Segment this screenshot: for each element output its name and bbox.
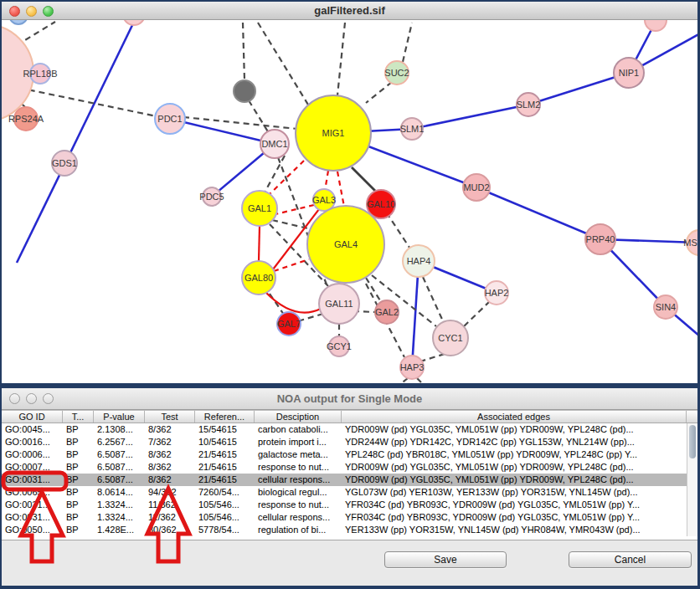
table-row[interactable]: GO:0065...BP8.0614...94/3627260/54...bio… bbox=[2, 486, 697, 499]
table-cell: protein import i... bbox=[255, 436, 342, 448]
node-unlabeled[interactable] bbox=[9, 20, 28, 24]
node-label-GAL4: GAL4 bbox=[334, 239, 358, 249]
table-cell: BP bbox=[63, 436, 94, 448]
table-row[interactable]: GO:0006...BP6.5087...8/36221/54615galact… bbox=[2, 448, 697, 461]
table-cell: cellular respons... bbox=[255, 511, 342, 524]
node-label-SIN4: SIN4 bbox=[656, 302, 676, 312]
table-cell: 15/54615 bbox=[195, 423, 255, 436]
node-label-RPS24A: RPS24A bbox=[8, 114, 44, 124]
table-row[interactable]: GO:0031...BP1.3324...11/362105/546...cel… bbox=[2, 511, 697, 524]
network-edge[interactable] bbox=[476, 187, 600, 239]
node-unlabeled[interactable] bbox=[645, 20, 667, 31]
network-edge[interactable] bbox=[266, 293, 321, 313]
column-header-associated-edges[interactable]: Associated edges bbox=[342, 411, 687, 423]
network-window: galFiltered.sif RPL18BRPS24AGDS1PDC1DMC1… bbox=[2, 2, 697, 383]
network-edge[interactable] bbox=[270, 161, 304, 194]
column-header-desciption[interactable]: Desciption bbox=[255, 411, 342, 423]
table-cell: YER133W (pp) YOR315W, YNL145W (pd) YHR08… bbox=[342, 524, 687, 536]
network-edge[interactable] bbox=[366, 82, 392, 103]
network-edge[interactable] bbox=[275, 205, 314, 214]
table-cell: 21/54615 bbox=[195, 448, 255, 461]
network-window-titlebar[interactable]: galFiltered.sif bbox=[2, 2, 697, 20]
network-edge[interactable] bbox=[337, 172, 344, 207]
column-header-test[interactable]: Test bbox=[145, 411, 195, 423]
column-header-go-id[interactable]: GO ID bbox=[2, 411, 63, 423]
network-edge[interactable] bbox=[258, 23, 311, 109]
node-label-HAP3: HAP3 bbox=[400, 362, 425, 372]
node-label-PDC5: PDC5 bbox=[199, 192, 224, 202]
network-edge[interactable] bbox=[265, 156, 285, 192]
table-cell: 8/362 bbox=[145, 474, 195, 486]
network-edge[interactable] bbox=[170, 119, 275, 144]
table-cell: 2.1308... bbox=[94, 423, 145, 436]
network-edge[interactable] bbox=[243, 23, 244, 80]
network-edge[interactable] bbox=[65, 22, 134, 163]
table-cell: 6.2567... bbox=[94, 436, 145, 448]
table-cell: 105/546... bbox=[195, 499, 255, 511]
column-header-referen-[interactable]: Referen... bbox=[195, 411, 255, 423]
network-edge[interactable] bbox=[325, 171, 328, 191]
network-edge[interactable] bbox=[462, 301, 490, 328]
node-unlabeled[interactable] bbox=[234, 80, 255, 102]
table-cell: biological regul... bbox=[255, 486, 342, 499]
node-label-SUC2: SUC2 bbox=[384, 68, 409, 78]
network-edge[interactable] bbox=[423, 277, 444, 323]
column-header-t-[interactable]: T... bbox=[63, 411, 94, 423]
node-unlabeled[interactable] bbox=[123, 20, 145, 25]
network-edge[interactable] bbox=[420, 354, 445, 361]
network-edge[interactable] bbox=[352, 167, 377, 192]
table-cell: YDR009W (pd) YGL035C, YML051W (pp) YDR00… bbox=[342, 423, 687, 436]
cancel-button[interactable]: Cancel bbox=[569, 551, 692, 568]
noa-window-titlebar[interactable]: NOA output for Single Mode bbox=[2, 388, 697, 410]
network-edge[interactable] bbox=[412, 105, 528, 129]
table-cell: 105/546... bbox=[195, 511, 255, 524]
table-row-selected[interactable]: GO:0031...BP6.5087...8/36221/54615cellul… bbox=[2, 474, 697, 486]
network-edge[interactable] bbox=[19, 88, 157, 116]
table-cell: 11/362 bbox=[145, 499, 195, 511]
window-title: galFiltered.sif bbox=[2, 4, 697, 17]
network-edge[interactable] bbox=[403, 23, 412, 62]
table-cell: 21/54615 bbox=[195, 474, 255, 486]
network-edge[interactable] bbox=[249, 100, 269, 133]
vertical-scrollbar[interactable] bbox=[687, 423, 697, 536]
network-svg[interactable]: RPL18BRPS24AGDS1PDC1DMC1MIG1SUC2SLM1SLM2… bbox=[2, 20, 697, 383]
node-label-GAL80: GAL80 bbox=[244, 273, 273, 283]
network-edge[interactable] bbox=[17, 163, 65, 263]
table-cell: 21/54615 bbox=[195, 461, 255, 474]
table-cell: regulation of bi... bbox=[255, 524, 342, 536]
table-cell: GO:0065... bbox=[2, 486, 63, 499]
table-cell: 10/54615 bbox=[195, 436, 255, 448]
table-cell: 7260/54... bbox=[195, 486, 255, 499]
table-cell: BP bbox=[63, 486, 94, 499]
table-cell: 5778/54... bbox=[195, 524, 255, 536]
node-label-SLM1: SLM1 bbox=[400, 124, 425, 134]
table-row[interactable]: GO:0031...BP1.3324...11/362105/546...res… bbox=[2, 499, 697, 511]
table-cell: BP bbox=[63, 461, 94, 474]
column-header-p-value[interactable]: P-value bbox=[94, 411, 145, 423]
table-row[interactable]: GO:0016...BP6.2567...7/36210/54615protei… bbox=[2, 436, 697, 448]
table-row[interactable]: GO:0007...BP6.5087...8/36221/54615respon… bbox=[2, 461, 697, 474]
node-label-MIG1: MIG1 bbox=[322, 128, 345, 138]
node-label-PRP40: PRP40 bbox=[586, 234, 615, 244]
table-cell: GO:0050... bbox=[2, 524, 63, 536]
network-edge[interactable] bbox=[337, 23, 345, 95]
table-cell: 8/362 bbox=[145, 423, 195, 436]
network-edge[interactable] bbox=[301, 314, 323, 320]
node-label-HAP2: HAP2 bbox=[485, 288, 509, 298]
table-cell: 8/362 bbox=[145, 461, 195, 474]
network-edge[interactable] bbox=[259, 226, 260, 261]
table-cell: galactose meta... bbox=[255, 448, 342, 461]
save-button[interactable]: Save bbox=[384, 551, 507, 568]
table-cell: YGL073W (pd) YER103W, YER133W (pp) YOR31… bbox=[342, 486, 687, 499]
table-header: GO IDT...P-valueTestReferen...Desciption… bbox=[2, 410, 697, 423]
table-row[interactable]: GO:0045...BP2.1308...8/36215/54615carbon… bbox=[2, 423, 697, 436]
table-row[interactable]: GO:0050...BP1.428E...80/3625778/54...reg… bbox=[2, 524, 697, 536]
table-cell: 94/362 bbox=[145, 486, 195, 499]
scrollbar-thumb[interactable] bbox=[689, 425, 696, 458]
node-label-GAL10: GAL10 bbox=[367, 199, 395, 209]
window-title: NOA output for Single Mode bbox=[2, 392, 697, 405]
node-label-CYC1: CYC1 bbox=[438, 333, 462, 343]
table-cell: BP bbox=[63, 474, 94, 486]
table-cell: response to nut... bbox=[255, 461, 342, 474]
table-cell: BP bbox=[63, 448, 94, 461]
